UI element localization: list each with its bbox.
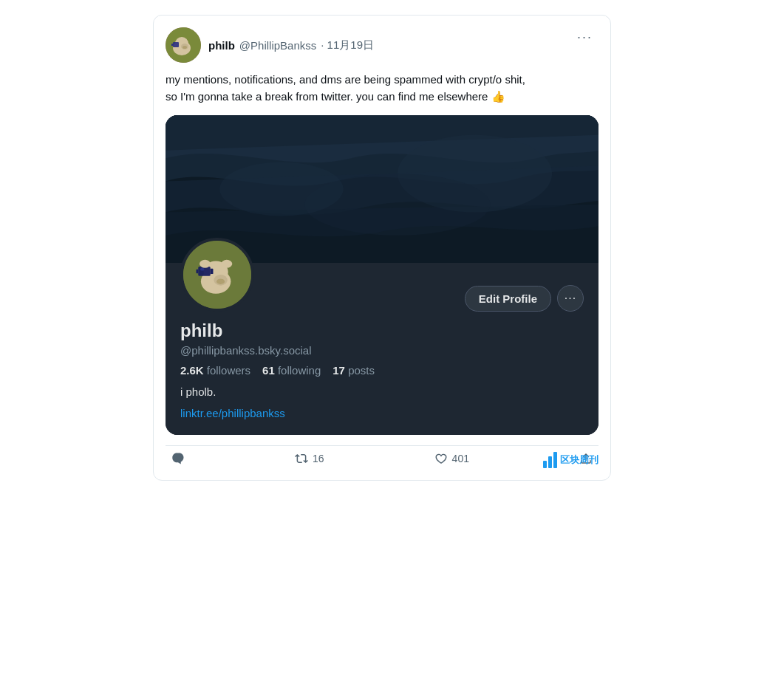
followers-stat: 2.6K followers — [180, 364, 250, 377]
profile-link[interactable]: linktr.ee/phillipbankss — [180, 407, 285, 419]
tweet-user-info: philb @PhillipBankss · 11月19日 — [208, 38, 374, 52]
tweet-text: my mentions, notifications, and dms are … — [166, 72, 598, 105]
retweet-count: 16 — [313, 453, 324, 464]
tweet-card: philb @PhillipBankss · 11月19日 ··· my men… — [153, 15, 611, 481]
profile-stats: 2.6K followers 61 following 17 posts — [180, 364, 584, 377]
watermark-bar-2 — [548, 456, 552, 468]
svg-point-19 — [216, 279, 225, 284]
svg-point-20 — [199, 260, 211, 268]
profile-avatar-area: Edit Profile ··· — [180, 238, 584, 312]
profile-display-name: philb — [180, 320, 584, 341]
svg-rect-14 — [198, 267, 211, 276]
like-action[interactable]: 401 — [429, 449, 475, 468]
svg-point-17 — [200, 268, 205, 271]
tweet-text-line2: so I'm gonna take a break from twitter. … — [166, 90, 505, 103]
tweet-handle[interactable]: @PhillipBankss — [239, 39, 316, 52]
watermark-bar-3 — [553, 452, 557, 468]
watermark-bar-1 — [543, 461, 547, 468]
watermark-text: 区块周刊 — [560, 453, 598, 467]
tweet-text-line1: my mentions, notifications, and dms are … — [166, 73, 525, 86]
tweet-display-name[interactable]: philb — [208, 39, 235, 52]
svg-rect-4 — [171, 44, 173, 46]
comment-icon — [171, 452, 185, 465]
profile-info-section: Edit Profile ··· philb @phillipbankss.bs… — [166, 263, 598, 435]
svg-rect-3 — [173, 42, 179, 47]
like-count: 401 — [452, 453, 469, 464]
heart-icon — [434, 452, 448, 465]
comment-action[interactable] — [166, 449, 191, 468]
svg-rect-16 — [196, 270, 198, 274]
tweet-more-button[interactable]: ··· — [571, 27, 598, 47]
tweet-user-name-row: philb @PhillipBankss · 11月19日 — [208, 38, 374, 52]
tweet-actions: 16 401 — [166, 445, 598, 468]
profile-bio: i pholb. — [180, 384, 584, 401]
tweet-header-left: philb @PhillipBankss · 11月19日 — [166, 27, 374, 63]
profile-handle: @phillipbankss.bsky.social — [180, 344, 584, 357]
tweet-avatar[interactable] — [166, 27, 201, 63]
svg-rect-15 — [211, 269, 214, 274]
svg-point-6 — [183, 46, 187, 49]
svg-point-10 — [219, 162, 343, 216]
profile-avatar[interactable] — [180, 238, 254, 312]
profile-card: Edit Profile ··· philb @phillipbankss.bs… — [166, 115, 598, 435]
watermark: 区块周刊 — [543, 452, 598, 468]
profile-more-button[interactable]: ··· — [557, 285, 584, 312]
svg-point-21 — [222, 260, 233, 268]
tweet-date: · 11月19日 — [321, 38, 374, 52]
retweet-action[interactable]: 16 — [289, 449, 330, 468]
following-stat: 61 following — [262, 364, 321, 377]
retweet-icon — [295, 452, 308, 465]
edit-profile-button[interactable]: Edit Profile — [465, 286, 551, 312]
watermark-bars-icon — [543, 452, 557, 468]
posts-stat: 17 posts — [332, 364, 375, 377]
profile-actions: Edit Profile ··· — [465, 285, 584, 312]
tweet-header: philb @PhillipBankss · 11月19日 ··· — [166, 27, 598, 63]
